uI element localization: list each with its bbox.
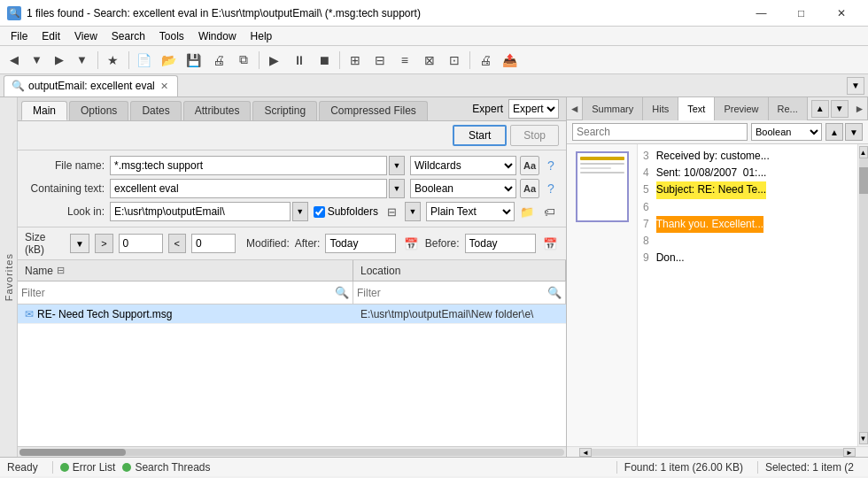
size-val2-input[interactable] — [191, 234, 236, 253]
sep4 — [339, 51, 340, 69]
favorites-bar[interactable]: Favorites — [0, 97, 18, 457]
tool5[interactable]: ⊡ — [443, 50, 466, 71]
stop-toolbar-button[interactable]: ⏹ — [313, 50, 336, 71]
plain-text-select[interactable]: Plain Text — [426, 202, 515, 221]
export-button[interactable]: 📤 — [499, 50, 522, 71]
preview-search-dropdown[interactable]: Boolean — [751, 123, 822, 141]
filename-dropdown-btn[interactable]: ▼ — [389, 156, 405, 175]
status-right: Found: 1 item (26.00 KB) Selected: 1 ite… — [609, 461, 868, 474]
star-button[interactable]: ★ — [102, 50, 125, 71]
tool4[interactable]: ⊠ — [418, 50, 441, 71]
tab-scripting[interactable]: Scripting — [252, 101, 317, 120]
save-button[interactable]: 💾 — [182, 50, 205, 71]
tab-attributes[interactable]: Attributes — [183, 101, 252, 120]
error-list-label[interactable]: Error List — [73, 461, 116, 474]
menu-help[interactable]: Help — [244, 28, 280, 44]
size-lt-btn[interactable]: < — [168, 234, 186, 253]
subfolders-checkbox[interactable] — [314, 206, 325, 218]
size-dropdown-btn[interactable]: ▼ — [70, 234, 89, 253]
tool2[interactable]: ⊟ — [368, 50, 391, 71]
aa-button-1[interactable]: Aa — [520, 156, 539, 175]
location-filter-input[interactable] — [357, 287, 544, 299]
preview-hscroll[interactable]: ◄ ► — [567, 446, 868, 457]
results-scrollbar[interactable] — [18, 446, 566, 457]
tab-dropdown-button[interactable]: ▼ — [847, 77, 864, 95]
hscroll-right-btn[interactable]: ► — [843, 448, 856, 457]
run-button[interactable]: ▶ — [263, 50, 286, 71]
preview-text-area[interactable]: 3 Received by: custome... 4 Sent: 10/08/… — [638, 144, 857, 446]
preview-scrollbar[interactable]: ▲ ▼ — [857, 144, 868, 446]
containing-dropdown-btn[interactable]: ▼ — [389, 179, 405, 198]
menu-search[interactable]: Search — [105, 28, 152, 44]
preview-search-down-btn[interactable]: ▼ — [845, 123, 863, 141]
aa-button-2[interactable]: Aa — [520, 179, 539, 198]
tag-icon-btn[interactable]: 🏷 — [539, 202, 559, 221]
tab-text[interactable]: Text — [678, 97, 715, 120]
tab-re[interactable]: Re... — [769, 97, 808, 120]
menu-edit[interactable]: Edit — [35, 28, 67, 44]
before-calendar-btn[interactable]: 📅 — [541, 234, 559, 253]
right-nav-left-btn[interactable]: ◄ — [567, 97, 583, 120]
lookin-dropdown-btn[interactable]: ▼ — [292, 202, 308, 221]
start-button[interactable]: Start — [453, 125, 507, 146]
open-button[interactable]: 📂 — [158, 50, 181, 71]
menu-window[interactable]: Window — [191, 28, 244, 44]
stop-button[interactable]: Stop — [510, 125, 559, 146]
print2-button[interactable]: 🖨 — [474, 50, 497, 71]
table-row[interactable]: ✉ RE- Need Tech Support.msg E:\usr\tmp\o… — [18, 305, 566, 324]
hscroll-left-btn[interactable]: ◄ — [579, 448, 592, 457]
tab-preview[interactable]: Preview — [715, 97, 768, 120]
maximize-button[interactable]: □ — [781, 0, 821, 27]
containing-input[interactable] — [110, 179, 387, 198]
folder-icon-btn[interactable]: 📁 — [517, 202, 537, 221]
right-nav-right-btn[interactable]: ► — [852, 97, 868, 120]
tab-compressed[interactable]: Compressed Files — [319, 101, 428, 120]
size-gt-btn[interactable]: > — [95, 234, 112, 253]
preview-search-up-btn[interactable]: ▲ — [825, 123, 843, 141]
back-button[interactable]: ◀ — [4, 50, 25, 69]
before-input[interactable] — [465, 234, 536, 253]
preview-scroll-down-btn[interactable]: ▼ — [859, 432, 868, 444]
search-threads-label[interactable]: Search Threads — [135, 461, 210, 474]
tab-main[interactable]: Main — [21, 101, 67, 120]
size-val1-input[interactable] — [119, 234, 163, 253]
forward-dropdown[interactable]: ▼ — [70, 50, 94, 69]
new-doc-button[interactable]: 📄 — [133, 50, 156, 71]
tool1[interactable]: ⊞ — [344, 50, 367, 71]
preview-search-input[interactable] — [572, 123, 748, 141]
search-panel: Main Options Dates Attributes Scripting … — [18, 97, 567, 457]
pause-button[interactable]: ⏸ — [288, 50, 311, 71]
wildcards-select[interactable]: Wildcards — [410, 156, 516, 175]
tab-summary[interactable]: Summary — [583, 97, 643, 120]
print-button[interactable]: 🖨 — [207, 50, 230, 71]
minimize-button[interactable]: — — [741, 0, 781, 27]
preview-scroll-up-btn[interactable]: ▲ — [859, 146, 868, 158]
lookin-label: Look in: — [25, 205, 105, 218]
forward-button[interactable]: ▶ — [49, 50, 70, 69]
tab-dates[interactable]: Dates — [130, 101, 181, 120]
dropdown-arrow[interactable]: ▼ — [25, 50, 49, 69]
tab-options[interactable]: Options — [69, 101, 128, 120]
name-filter-input[interactable] — [21, 287, 331, 299]
menu-view[interactable]: View — [67, 28, 105, 44]
filter-button[interactable]: ⊟ — [382, 202, 401, 221]
copy-button[interactable]: ⧉ — [232, 50, 255, 71]
filename-input[interactable] — [110, 156, 387, 175]
lookin-end-dropdown[interactable]: ▼ — [405, 202, 421, 221]
right-nav-down-btn[interactable]: ▼ — [831, 100, 849, 118]
menu-tools[interactable]: Tools — [152, 28, 191, 44]
right-nav-up-btn[interactable]: ▲ — [811, 100, 829, 118]
tab-close-button[interactable]: ✕ — [159, 81, 170, 92]
help-button-1[interactable]: ? — [543, 158, 559, 173]
search-tab[interactable]: 🔍 outputEmail: excellent eval ✕ — [4, 75, 178, 96]
expert-dropdown[interactable]: Expert — [508, 99, 559, 119]
lookin-input[interactable] — [110, 202, 291, 221]
menu-file[interactable]: File — [4, 28, 35, 44]
after-input[interactable] — [325, 234, 396, 253]
help-button-2[interactable]: ? — [543, 181, 559, 197]
after-calendar-btn[interactable]: 📅 — [401, 234, 419, 253]
close-button[interactable]: ✕ — [821, 0, 861, 27]
tab-hits[interactable]: Hits — [643, 97, 678, 120]
tool3[interactable]: ≡ — [393, 50, 416, 71]
boolean-select[interactable]: Boolean — [410, 179, 516, 198]
